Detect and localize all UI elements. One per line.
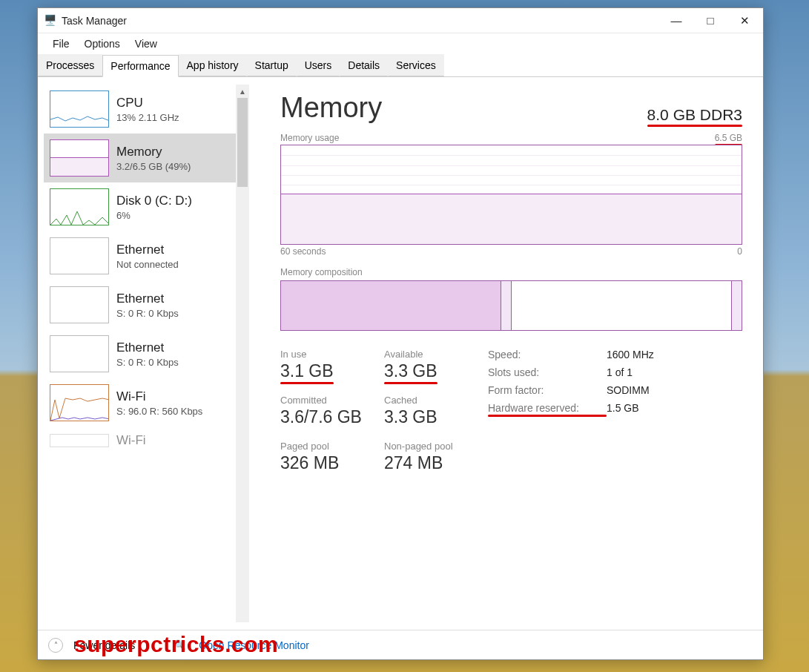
- composition-label: Memory composition: [280, 267, 742, 277]
- cpu-name: CPU: [116, 96, 179, 111]
- eth2-sub: S: 0 R: 0 Kbps: [116, 357, 179, 368]
- sidebar-item-memory[interactable]: Memory 3.2/6.5 GB (49%): [44, 134, 249, 182]
- comp-inuse: [281, 281, 501, 330]
- nonpaged-label: Non-paged pool: [384, 441, 488, 452]
- maximize-button[interactable]: □: [693, 8, 727, 33]
- committed-value: 3.6/7.6 GB: [280, 407, 362, 427]
- disk-thumb: [50, 188, 109, 225]
- menu-view[interactable]: View: [128, 36, 165, 52]
- speed-label: Speed:: [488, 349, 607, 360]
- mem-thumb: [50, 139, 109, 177]
- paged-value: 326 MB: [280, 453, 339, 473]
- cached-value: 3.3 GB: [384, 407, 437, 427]
- menu-file[interactable]: File: [45, 36, 77, 52]
- form-label: Form factor:: [488, 384, 607, 396]
- inuse-value: 3.1 GB: [280, 361, 334, 381]
- comp-standby: [512, 281, 732, 330]
- sidebar-item-eth1[interactable]: Ethernet S: 0 R: 0 Kbps: [44, 280, 249, 329]
- reserved-label: Hardware reserved:: [488, 402, 607, 414]
- eth1-name: Ethernet: [116, 291, 179, 306]
- nonpaged-value: 274 MB: [384, 453, 443, 473]
- chart-max: 6.5 GB: [715, 133, 742, 143]
- page-title: Memory: [280, 92, 382, 124]
- disk-name: Disk 0 (C: D:): [116, 194, 192, 208]
- inuse-label: In use: [280, 349, 384, 360]
- tab-processes[interactable]: Processes: [38, 54, 102, 76]
- content-area: CPU 13% 2.11 GHz Memory 3.2/6.5 GB (49%)…: [38, 77, 763, 630]
- slots-label: Slots used:: [488, 366, 607, 378]
- tab-users[interactable]: Users: [297, 54, 340, 76]
- sidebar-item-eth2[interactable]: Ethernet S: 0 R: 0 Kbps: [44, 329, 249, 378]
- eth0-thumb: [50, 237, 109, 274]
- mem-name: Memory: [116, 145, 191, 159]
- sidebar-item-cpu[interactable]: CPU 13% 2.11 GHz: [44, 85, 249, 134]
- sidebar-item-disk0[interactable]: Disk 0 (C: D:) 6%: [44, 182, 249, 231]
- eth0-name: Ethernet: [116, 243, 179, 257]
- eth2-thumb: [50, 335, 109, 372]
- chart-label: Memory usage: [280, 133, 339, 143]
- sidebar-item-wifi2[interactable]: Wi-Fi: [44, 427, 249, 454]
- disk-sub: 6%: [116, 210, 192, 221]
- eth2-name: Ethernet: [116, 340, 179, 355]
- titlebar[interactable]: 🖥️ Task Manager — □ ✕: [38, 8, 763, 33]
- main-pane: Memory 8.0 GB DDR3 Memory usage 6.5 GB: [249, 77, 763, 630]
- minimize-button[interactable]: —: [659, 8, 693, 33]
- tab-performance[interactable]: Performance: [102, 55, 178, 77]
- avail-value: 3.3 GB: [384, 361, 437, 381]
- wifi-sub: S: 96.0 R: 560 Kbps: [116, 406, 202, 417]
- window-title: Task Manager: [62, 15, 127, 27]
- form-value: SODIMM: [607, 384, 650, 396]
- menubar: File Options View: [38, 33, 763, 54]
- mem-sub: 3.2/6.5 GB (49%): [116, 161, 191, 172]
- chevron-up-icon[interactable]: ˄: [48, 638, 63, 653]
- speed-value: 1600 MHz: [607, 349, 654, 360]
- sidebar-item-wifi[interactable]: Wi-Fi S: 96.0 R: 560 Kbps: [44, 378, 249, 427]
- cached-label: Cached: [384, 395, 488, 406]
- mem-capacity: 8.0 GB DDR3: [647, 106, 742, 124]
- tab-services[interactable]: Services: [388, 54, 444, 76]
- comp-modified: [501, 281, 512, 330]
- wifi2-name: Wi-Fi: [116, 433, 146, 448]
- memory-usage-chart: [280, 145, 742, 245]
- slots-value: 1 of 1: [607, 366, 633, 378]
- axis-right: 0: [737, 246, 742, 257]
- scroll-up-icon[interactable]: ▲: [236, 85, 249, 98]
- wifi-name: Wi-Fi: [116, 389, 202, 404]
- sidebar-scrollbar[interactable]: ▲: [236, 85, 249, 622]
- paged-label: Paged pool: [280, 441, 384, 452]
- wifi-thumb: [50, 384, 109, 421]
- tab-startup[interactable]: Startup: [247, 54, 297, 76]
- menu-options[interactable]: Options: [77, 36, 128, 52]
- close-button[interactable]: ✕: [727, 8, 762, 33]
- tab-apphistory[interactable]: App history: [179, 54, 247, 76]
- eth1-sub: S: 0 R: 0 Kbps: [116, 308, 179, 319]
- composition-bar: [280, 280, 742, 331]
- cpu-thumb: [50, 90, 109, 128]
- comp-free: [732, 281, 742, 330]
- reserved-value: 1.5 GB: [607, 402, 639, 414]
- eth1-thumb: [50, 286, 109, 323]
- wifi2-thumb: [50, 434, 109, 447]
- watermark: superpctricks.com: [74, 632, 278, 657]
- tab-details[interactable]: Details: [340, 54, 388, 76]
- taskmgr-icon: 🖥️: [44, 14, 57, 27]
- sidebar-item-eth0[interactable]: Ethernet Not connected: [44, 231, 249, 280]
- committed-label: Committed: [280, 395, 384, 406]
- cpu-sub: 13% 2.11 GHz: [116, 112, 179, 123]
- scrollbar-thumb[interactable]: [237, 98, 248, 187]
- avail-label: Available: [384, 349, 488, 360]
- tabstrip: Processes Performance App history Startu…: [38, 54, 763, 77]
- task-manager-window: 🖥️ Task Manager — □ ✕ File Options View …: [37, 7, 764, 660]
- eth0-sub: Not connected: [116, 259, 179, 270]
- sidebar: CPU 13% 2.11 GHz Memory 3.2/6.5 GB (49%)…: [38, 77, 249, 630]
- axis-left: 60 seconds: [280, 246, 326, 257]
